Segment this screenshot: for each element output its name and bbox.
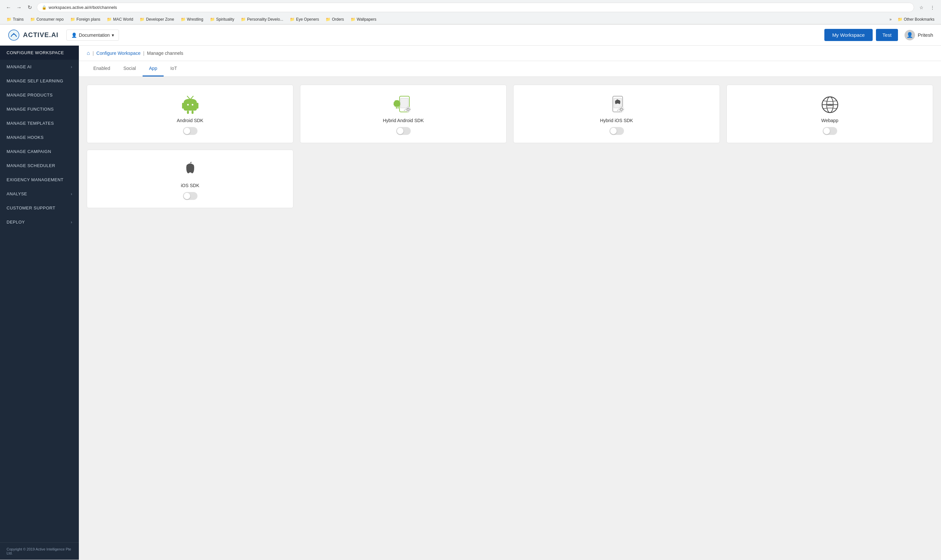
svg-rect-5 (196, 103, 199, 109)
bookmark-developer-zone[interactable]: 📁 Developer Zone (137, 16, 176, 23)
bookmark-wrestling[interactable]: 📁 Wrestling (178, 16, 206, 23)
user-area[interactable]: 👤 Pritesh (904, 30, 933, 40)
tab-label: App (149, 66, 157, 71)
folder-icon: 📁 (325, 17, 330, 22)
tab-label: IoT (170, 66, 177, 71)
android-sdk-toggle[interactable] (183, 127, 197, 135)
hybrid-android-sdk-toggle[interactable] (396, 127, 411, 135)
svg-rect-18 (399, 102, 400, 105)
bookmark-label: Trains (13, 17, 24, 22)
documentation-button[interactable]: 👤 Documentation ▾ (66, 29, 119, 41)
svg-text:WWW: WWW (827, 103, 833, 107)
ios-sdk-toggle[interactable] (183, 192, 197, 200)
sidebar-item-manage-ai[interactable]: MANAGE AI › (0, 60, 79, 74)
bookmark-wallpapers[interactable]: 📁 Wallpapers (348, 16, 379, 23)
folder-icon: 📁 (6, 17, 11, 22)
svg-rect-7 (191, 111, 193, 114)
svg-rect-17 (393, 102, 395, 105)
sidebar-item-manage-self-learning[interactable]: MANAGE SELF LEARNING (0, 74, 79, 88)
bookmark-trains[interactable]: 📁 Trains (4, 16, 26, 23)
webapp-toggle[interactable] (823, 127, 837, 135)
ios-sdk-card[interactable]: iOS SDK (87, 150, 293, 208)
doc-avatar-icon: 👤 (71, 32, 77, 38)
hybrid-android-sdk-card[interactable]: Hybrid Android SDK (300, 85, 507, 143)
bookmark-mac-world[interactable]: 📁 MAC World (104, 16, 136, 23)
bookmarks-more[interactable]: » (887, 16, 894, 23)
tabs-container: Enabled Social App IoT (79, 61, 941, 77)
bookmark-label: Wallpapers (357, 17, 376, 22)
sidebar-item-exigency-management[interactable]: EXIGENCY MANAGEMENT (0, 173, 79, 187)
logo-text: ACTIVE.AI (23, 31, 59, 39)
star-button[interactable]: ☆ (917, 3, 926, 12)
sidebar-item-manage-scheduler[interactable]: MANAGE SCHEDULER (0, 158, 79, 173)
tab-iot[interactable]: IoT (164, 61, 184, 77)
ios-sdk-icon (182, 160, 199, 179)
bookmark-spirituality[interactable]: 📁 Spirituality (207, 16, 237, 23)
bookmark-orders[interactable]: 📁 Orders (323, 16, 347, 23)
hybrid-ios-sdk-toggle[interactable] (609, 127, 624, 135)
lock-icon: 🔒 (42, 5, 47, 10)
bookmark-label: Wrestling (187, 17, 204, 22)
bookmark-label: Foreign plans (77, 17, 100, 22)
bookmark-consumer-repo[interactable]: 📁 Consumer repo (28, 16, 66, 23)
bookmark-personality[interactable]: 📁 Personality Develo... (238, 16, 286, 23)
chevron-right-icon: › (71, 192, 73, 196)
hybrid-ios-sdk-icon (607, 95, 626, 114)
svg-point-10 (187, 104, 188, 106)
svg-rect-6 (187, 111, 189, 114)
sidebar-item-manage-hooks[interactable]: MANAGE HOOKS (0, 130, 79, 145)
hybrid-android-sdk-icon (393, 95, 413, 114)
tab-app[interactable]: App (143, 61, 164, 77)
bookmark-foreign-plans[interactable]: 📁 Foreign plans (68, 16, 103, 23)
address-bar[interactable]: 🔒 workspaces.active.ai/#/bot/channels (37, 3, 914, 12)
sidebar-item-manage-products[interactable]: MANAGE PRODUCTS (0, 88, 79, 102)
breadcrumb-home-icon[interactable]: ⌂ (87, 50, 90, 56)
folder-icon: 📁 (30, 17, 35, 22)
sidebar-item-label: CUSTOMER SUPPORT (6, 206, 55, 211)
menu-button[interactable]: ⋮ (928, 3, 937, 12)
forward-button[interactable]: → (14, 3, 24, 12)
bookmark-label: Eye Openers (296, 17, 319, 22)
sidebar: CONFIGURE WORKSPACE MANAGE AI › MANAGE S… (0, 46, 79, 560)
chevron-right-icon: › (71, 220, 73, 225)
webapp-card[interactable]: WWW Webapp (727, 85, 933, 143)
other-bookmarks[interactable]: 📁 Other Bookmarks (895, 16, 937, 23)
sidebar-item-label: MANAGE PRODUCTS (6, 92, 52, 97)
my-workspace-button[interactable]: My Workspace (824, 29, 873, 41)
android-sdk-card[interactable]: Android SDK (87, 85, 293, 143)
chevron-right-icon: › (71, 65, 73, 69)
browser-toolbar: ← → ↻ 🔒 workspaces.active.ai/#/bot/chann… (0, 0, 941, 15)
sidebar-item-manage-campaign[interactable]: MANAGE CAMPAIGN (0, 145, 79, 158)
test-button[interactable]: Test (876, 29, 898, 41)
tab-social[interactable]: Social (117, 61, 142, 77)
sidebar-item-deploy[interactable]: DEPLOY › (0, 215, 79, 229)
footer-text: Copyright © 2019 Active Intelligence Pte… (6, 547, 71, 555)
sidebar-footer: Copyright © 2019 Active Intelligence Pte… (0, 542, 79, 560)
bookmark-eye-openers[interactable]: 📁 Eye Openers (287, 16, 322, 23)
sidebar-item-analyse[interactable]: ANALYSE › (0, 187, 79, 201)
app-header: ACTIVE.AI 👤 Documentation ▾ My Workspace… (0, 25, 941, 46)
tab-label: Enabled (93, 66, 110, 71)
sidebar-item-label: MANAGE FUNCTIONS (6, 107, 54, 112)
folder-icon: 📁 (290, 17, 295, 22)
sidebar-item-manage-functions[interactable]: MANAGE FUNCTIONS (0, 102, 79, 116)
bookmark-label: Consumer repo (37, 17, 64, 22)
breadcrumb-configure-workspace-link[interactable]: Configure Workspace (96, 51, 140, 56)
sidebar-item-label: CONFIGURE WORKSPACE (6, 50, 64, 55)
tab-enabled[interactable]: Enabled (87, 61, 117, 77)
svg-point-1 (13, 33, 14, 34)
folder-icon: 📁 (70, 17, 75, 22)
breadcrumb-separator: | (93, 51, 94, 56)
sidebar-item-label: DEPLOY (6, 220, 25, 225)
sidebar-item-configure-workspace[interactable]: CONFIGURE WORKSPACE (0, 46, 79, 60)
refresh-button[interactable]: ↻ (25, 3, 34, 12)
folder-icon: 📁 (241, 17, 246, 22)
hybrid-ios-sdk-card[interactable]: Hybrid iOS SDK (513, 85, 720, 143)
back-button[interactable]: ← (4, 3, 13, 12)
sidebar-item-manage-templates[interactable]: MANAGE TEMPLATES (0, 116, 79, 130)
svg-point-11 (191, 104, 193, 106)
hybrid-android-sdk-label: Hybrid Android SDK (383, 118, 424, 123)
cards-section: Android SDK (79, 77, 941, 216)
sidebar-item-customer-support[interactable]: CUSTOMER SUPPORT (0, 201, 79, 215)
channels-row-2: iOS SDK (87, 150, 933, 208)
